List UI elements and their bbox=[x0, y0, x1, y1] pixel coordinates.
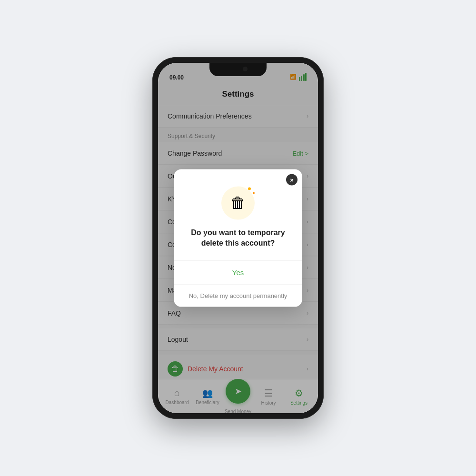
modal-icon-area: 🗑 bbox=[174, 169, 302, 228]
phone-screen: 09.00 📶 Settings bbox=[158, 63, 318, 413]
close-icon: × bbox=[290, 176, 294, 183]
delete-modal: × 🗑 Do you want to temporary delete this… bbox=[174, 169, 302, 307]
phone-wrapper: 09.00 📶 Settings bbox=[152, 57, 324, 419]
phone-body: 09.00 📶 Settings bbox=[152, 57, 324, 419]
modal-message: Do you want to temporary delete this acc… bbox=[174, 228, 302, 260]
modal-no-button[interactable]: No, Delete my account permanently bbox=[174, 284, 302, 307]
trash-emoji-icon: 🗑 bbox=[230, 194, 246, 212]
sparkle-dot-2 bbox=[253, 192, 255, 194]
modal-yes-button[interactable]: Yes bbox=[174, 260, 302, 284]
trash-icon-container: 🗑 bbox=[221, 187, 255, 220]
sparkle-dot-1 bbox=[248, 188, 251, 190]
modal-close-button[interactable]: × bbox=[286, 174, 298, 186]
